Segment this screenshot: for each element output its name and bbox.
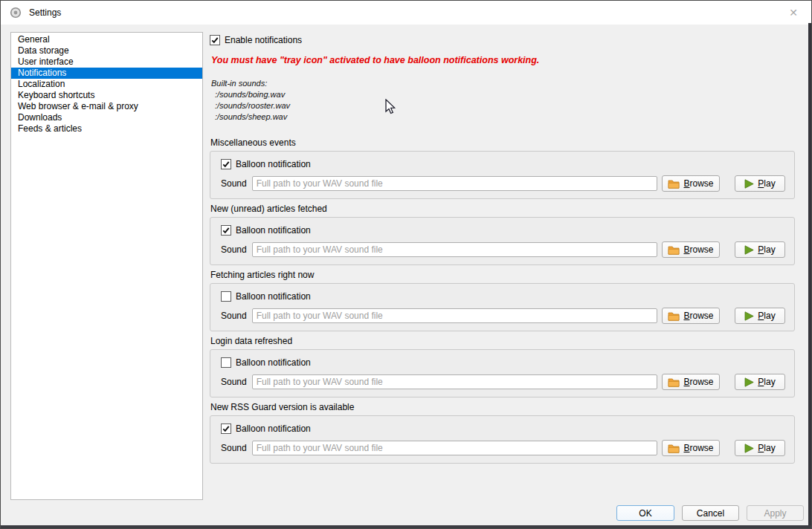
balloon-notification-label: Balloon notification (236, 423, 311, 434)
notification-group: Miscellaneous events Balloon notificatio… (210, 137, 795, 199)
sound-path-input[interactable] (252, 441, 657, 455)
sound-row: Sound Browse (221, 241, 785, 258)
browse-label: Browse (683, 443, 713, 453)
folder-icon (668, 245, 680, 255)
folder-icon (668, 377, 680, 387)
sidebar-item-downloads[interactable]: Downloads (11, 112, 202, 123)
play-label: Play (758, 443, 775, 453)
group-title: New RSS Guard version is available (210, 401, 795, 413)
sound-label: Sound (221, 443, 247, 453)
play-icon (744, 311, 754, 321)
group-box: Balloon notification Sound Browse (210, 415, 795, 464)
settings-category-list: GeneralData storageUser interfaceNotific… (10, 32, 203, 500)
sidebar-item-feeds-articles[interactable]: Feeds & articles (11, 123, 202, 134)
group-box: Balloon notification Sound Browse (210, 217, 795, 265)
sound-row: Sound Browse (221, 308, 785, 324)
sound-path-input[interactable] (252, 176, 657, 191)
sidebar-item-web-browser-e-mail-proxy[interactable]: Web browser & e-mail & proxy (11, 101, 202, 112)
browse-label: Browse (683, 244, 713, 255)
titlebar: Settings ✕ (1, 1, 811, 25)
tray-icon-warning: You must have "tray icon" activated to h… (211, 55, 795, 65)
ok-button[interactable]: OK (616, 505, 674, 521)
sidebar-item-localization[interactable]: Localization (11, 79, 202, 90)
checkbox-box[interactable] (221, 423, 231, 434)
balloon-notification-label: Balloon notification (236, 357, 311, 368)
folder-icon (668, 311, 680, 321)
play-icon (744, 377, 754, 387)
close-icon[interactable]: ✕ (784, 6, 802, 19)
enable-notifications-label: Enable notifications (225, 35, 302, 45)
sidebar-item-keyboard-shortcuts[interactable]: Keyboard shortcuts (11, 90, 202, 101)
folder-icon (668, 444, 680, 453)
group-title: Login data refreshed (210, 335, 795, 347)
sound-label: Sound (221, 244, 247, 255)
balloon-notification-label: Balloon notification (236, 291, 311, 302)
cancel-button[interactable]: Cancel (682, 505, 739, 521)
sound-path-input[interactable] (252, 374, 657, 389)
browse-label: Browse (683, 311, 713, 321)
builtin-sound-path: :/sounds/boing.wav (211, 89, 795, 100)
sound-label: Sound (221, 178, 247, 189)
checkbox-box[interactable] (210, 35, 220, 45)
window-title: Settings (29, 7, 61, 18)
notification-group: Login data refreshed Balloon notificatio… (210, 335, 795, 397)
play-button[interactable]: Play (735, 241, 785, 258)
balloon-notification-label: Balloon notification (236, 225, 311, 236)
group-box: Balloon notification Sound Browse (210, 151, 795, 199)
enable-notifications-checkbox[interactable]: Enable notifications (210, 35, 795, 45)
play-label: Play (758, 377, 775, 387)
play-icon (744, 179, 754, 189)
sound-row: Sound Browse (221, 440, 785, 456)
browse-button[interactable]: Browse (662, 175, 720, 192)
group-box: Balloon notification Sound Browse (210, 283, 795, 331)
background-app-edge-bottom (1, 525, 812, 529)
balloon-notification-checkbox[interactable]: Balloon notification (221, 423, 785, 434)
checkbox-box[interactable] (221, 225, 231, 236)
sidebar-item-notifications[interactable]: Notifications (11, 68, 202, 79)
browse-button[interactable]: Browse (662, 241, 720, 258)
apply-button[interactable]: Apply (747, 505, 804, 521)
play-button[interactable]: Play (735, 308, 785, 324)
play-icon (744, 245, 754, 255)
play-button[interactable]: Play (735, 374, 785, 390)
notification-group: New (unread) articles fetched Balloon no… (210, 203, 795, 265)
balloon-notification-checkbox[interactable]: Balloon notification (221, 225, 785, 236)
balloon-notification-checkbox[interactable]: Balloon notification (221, 357, 785, 368)
sound-row: Sound Browse (221, 374, 785, 390)
sidebar-item-general[interactable]: General (11, 34, 202, 45)
browse-button[interactable]: Browse (662, 440, 720, 456)
sound-row: Sound Browse (221, 175, 785, 192)
builtin-sounds-heading: Built-in sounds: (211, 78, 795, 89)
browse-button[interactable]: Browse (662, 374, 720, 390)
checkbox-box[interactable] (221, 357, 231, 368)
sound-label: Sound (221, 311, 247, 321)
sound-label: Sound (221, 377, 247, 387)
browse-button[interactable]: Browse (662, 308, 720, 324)
builtin-sound-path: :/sounds/sheep.wav (211, 111, 795, 123)
play-label: Play (758, 244, 775, 255)
play-button[interactable]: Play (735, 440, 785, 456)
balloon-notification-checkbox[interactable]: Balloon notification (221, 291, 785, 302)
notifications-panel: Enable notifications You must have "tray… (210, 32, 795, 467)
group-title: Miscellaneous events (210, 137, 795, 149)
browse-label: Browse (683, 178, 713, 189)
notification-group: Fetching articles right now Balloon noti… (210, 269, 795, 331)
sound-path-input[interactable] (252, 242, 657, 257)
checkbox-box[interactable] (221, 291, 231, 302)
play-label: Play (758, 178, 775, 189)
folder-icon (668, 179, 680, 189)
balloon-notification-checkbox[interactable]: Balloon notification (221, 159, 785, 169)
play-button[interactable]: Play (735, 175, 785, 192)
notification-groups: Miscellaneous events Balloon notificatio… (210, 137, 795, 464)
group-title: New (unread) articles fetched (210, 203, 795, 215)
group-box: Balloon notification Sound Browse (210, 349, 795, 397)
sidebar-item-data-storage[interactable]: Data storage (11, 45, 202, 56)
checkbox-box[interactable] (221, 159, 231, 169)
builtin-sounds-note: Built-in sounds: :/sounds/boing.wav:/sou… (211, 78, 795, 123)
group-title: Fetching articles right now (210, 269, 795, 281)
sound-path-input[interactable] (252, 308, 657, 323)
settings-gear-icon (10, 7, 22, 19)
play-label: Play (758, 311, 775, 321)
sidebar-item-user-interface[interactable]: User interface (11, 56, 202, 68)
notification-group: New RSS Guard version is available Ballo… (210, 401, 795, 464)
